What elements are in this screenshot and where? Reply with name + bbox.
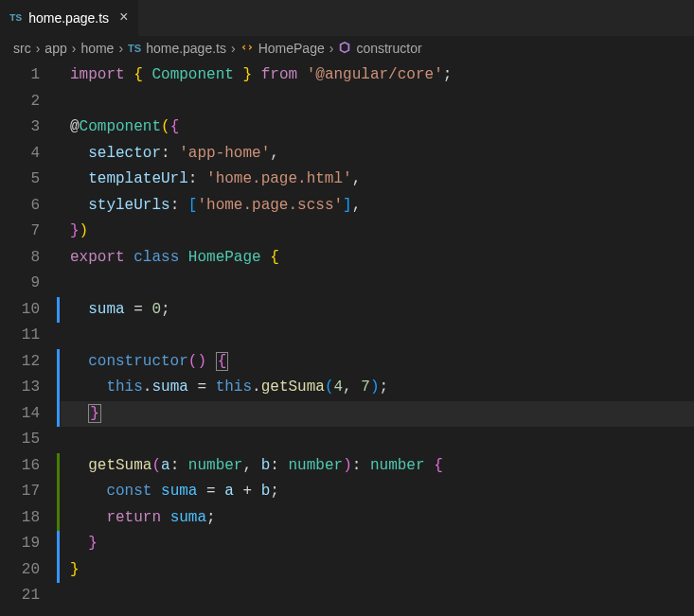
line-number: 4 <box>0 141 40 167</box>
code-line[interactable]: templateUrl: 'home.page.html', <box>61 167 694 193</box>
tab-filename: home.page.ts <box>28 10 109 26</box>
breadcrumb-method[interactable]: constructor <box>356 41 421 56</box>
code-line[interactable] <box>61 89 694 115</box>
line-number: 20 <box>0 557 40 584</box>
tab-bar: TS home.page.ts × <box>0 0 694 36</box>
line-number: 17 <box>0 479 40 505</box>
line-number: 15 <box>0 427 40 453</box>
breadcrumb-src[interactable]: src <box>13 41 31 56</box>
breadcrumb-class[interactable]: HomePage <box>258 41 325 56</box>
breadcrumb-home[interactable]: home <box>80 41 114 56</box>
line-number-gutter: 1 2 3 4 5 6 7 8 9 10 11 12 13 14 15 16 1… <box>0 61 57 616</box>
code-line[interactable] <box>61 583 694 609</box>
line-number: 8 <box>0 245 40 272</box>
code-line[interactable] <box>61 323 694 349</box>
code-line[interactable] <box>61 271 694 297</box>
chevron-right-icon: › <box>72 41 77 56</box>
typescript-icon: TS <box>9 12 22 24</box>
code-line[interactable]: getSuma(a: number, b: number): number { <box>61 453 694 480</box>
breadcrumb[interactable]: src › app › home › TS home.page.ts › Hom… <box>0 36 694 61</box>
code-line[interactable]: }) <box>61 219 694 245</box>
line-number: 1 <box>0 62 40 89</box>
breadcrumb-app[interactable]: app <box>44 41 66 56</box>
code-line[interactable]: constructor() { <box>61 349 694 376</box>
chevron-right-icon: › <box>231 41 236 56</box>
code-line[interactable]: selector: 'app-home', <box>61 141 694 167</box>
code-line[interactable] <box>61 427 694 453</box>
class-icon <box>240 41 254 57</box>
method-icon <box>338 41 351 57</box>
code-line-current[interactable]: } <box>61 401 694 428</box>
line-number: 12 <box>0 349 40 376</box>
tab-home-page-ts[interactable]: TS home.page.ts × <box>0 0 139 36</box>
code-line[interactable]: suma = 0; <box>61 297 694 324</box>
code-line[interactable]: const suma = a + b; <box>61 479 694 505</box>
code-line[interactable]: } <box>61 531 694 557</box>
code-line[interactable]: } <box>61 557 694 584</box>
code-line[interactable]: return suma; <box>61 505 694 532</box>
line-number: 7 <box>0 219 40 245</box>
chevron-right-icon: › <box>36 41 41 56</box>
code-editor[interactable]: 1 2 3 4 5 6 7 8 9 10 11 12 13 14 15 16 1… <box>0 61 694 616</box>
line-number: 13 <box>0 375 40 401</box>
code-content[interactable]: import { Component } from '@angular/core… <box>61 61 694 616</box>
line-number: 16 <box>0 453 40 480</box>
line-number: 5 <box>0 167 40 193</box>
typescript-icon: TS <box>128 43 141 54</box>
code-line[interactable]: import { Component } from '@angular/core… <box>61 62 694 89</box>
line-number: 21 <box>0 583 40 609</box>
close-icon[interactable]: × <box>119 9 129 26</box>
line-number: 14 <box>0 401 40 428</box>
code-line[interactable]: this.suma = this.getSuma(4, 7); <box>61 375 694 401</box>
line-number: 11 <box>0 323 40 349</box>
code-line[interactable]: export class HomePage { <box>61 245 694 272</box>
line-number: 3 <box>0 114 40 141</box>
chevron-right-icon: › <box>118 41 123 56</box>
code-line[interactable]: styleUrls: ['home.page.scss'], <box>61 193 694 220</box>
line-number: 6 <box>0 193 40 220</box>
breadcrumb-file[interactable]: home.page.ts <box>146 41 226 56</box>
line-number: 2 <box>0 89 40 115</box>
line-number: 19 <box>0 531 40 557</box>
line-number: 9 <box>0 271 40 297</box>
chevron-right-icon: › <box>329 41 334 56</box>
code-line[interactable]: @Component({ <box>61 114 694 141</box>
line-number: 18 <box>0 505 40 532</box>
line-number: 10 <box>0 297 40 324</box>
